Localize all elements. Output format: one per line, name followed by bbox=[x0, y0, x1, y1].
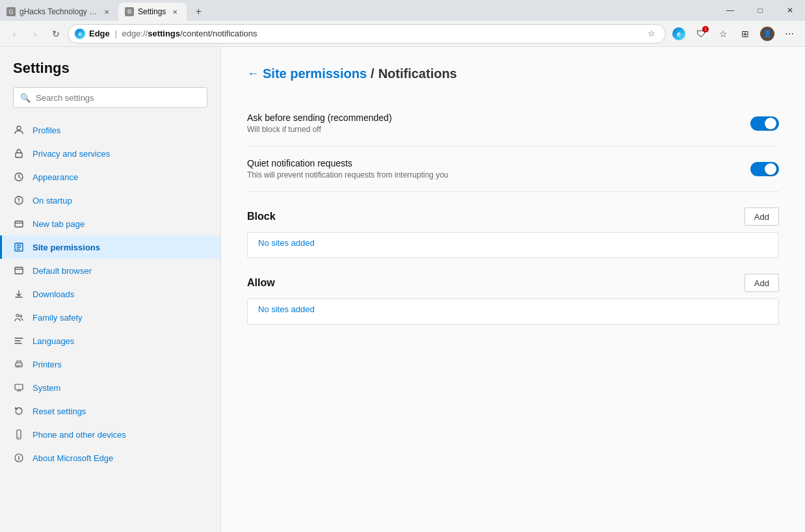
profile-button[interactable]: 👤 bbox=[757, 23, 778, 44]
allow-add-button[interactable]: Add bbox=[745, 274, 779, 292]
search-input[interactable] bbox=[36, 93, 200, 103]
title-bar: G gHacks Technology News ✕ ⚙ Settings ✕ … bbox=[0, 0, 805, 21]
system-icon bbox=[13, 382, 25, 393]
sidebar-item-appearance[interactable]: Appearance bbox=[0, 165, 220, 189]
quiet-notifications-track[interactable] bbox=[750, 162, 779, 176]
new-tab-icon bbox=[13, 218, 25, 230]
address-url-path: settings bbox=[148, 29, 180, 38]
ghacks-favicon: G bbox=[7, 7, 16, 16]
languages-icon bbox=[13, 335, 25, 347]
collections-button[interactable]: ⊞ bbox=[735, 23, 756, 44]
block-title: Block bbox=[247, 211, 276, 222]
tab-ghacks[interactable]: G gHacks Technology News ✕ bbox=[0, 3, 118, 21]
main-layout: Settings 🔍 Profiles Privacy and services… bbox=[0, 47, 805, 532]
default-browser-icon bbox=[13, 265, 25, 276]
shield-badge: 1 bbox=[702, 26, 709, 33]
ask-before-sending-row: Ask before sending (recommended) Will bl… bbox=[247, 101, 779, 146]
sidebar: Settings 🔍 Profiles Privacy and services… bbox=[0, 47, 221, 532]
on-startup-icon bbox=[13, 194, 25, 206]
appearance-label: Appearance bbox=[33, 172, 78, 182]
tab-settings[interactable]: ⚙ Settings ✕ bbox=[118, 3, 187, 21]
breadcrumb-back-button[interactable]: ← bbox=[247, 67, 259, 81]
svg-point-8 bbox=[16, 314, 19, 317]
phone-devices-label: Phone and other devices bbox=[33, 430, 126, 440]
svg-rect-7 bbox=[15, 267, 23, 274]
sidebar-item-profiles[interactable]: Profiles bbox=[0, 118, 220, 142]
privacy-label: Privacy and services bbox=[33, 149, 110, 159]
sidebar-item-downloads[interactable]: Downloads bbox=[0, 282, 220, 306]
quiet-notifications-row: Quiet notification requests This will pr… bbox=[247, 146, 779, 192]
ghacks-tab-close[interactable]: ✕ bbox=[101, 7, 112, 17]
more-tools-button[interactable]: ⋯ bbox=[779, 23, 800, 44]
breadcrumb-current: Notifications bbox=[378, 66, 457, 81]
new-tab-button[interactable]: + bbox=[189, 3, 207, 21]
refresh-button[interactable]: ↻ bbox=[47, 25, 65, 43]
address-url-rest: /content/notifications bbox=[180, 29, 257, 38]
quiet-notifications-toggle[interactable] bbox=[750, 162, 779, 176]
favorite-icon[interactable]: ☆ bbox=[644, 27, 659, 41]
back-button[interactable]: ‹ bbox=[5, 25, 23, 43]
breadcrumb-parent[interactable]: Site permissions bbox=[263, 66, 367, 81]
block-section-header: Block Add bbox=[247, 207, 779, 226]
search-box[interactable]: 🔍 bbox=[13, 87, 207, 108]
privacy-icon bbox=[13, 148, 25, 159]
svg-point-0 bbox=[17, 126, 21, 130]
sidebar-item-languages[interactable]: Languages bbox=[0, 329, 220, 352]
block-no-sites: No sites added bbox=[248, 233, 778, 253]
settings-favicon: ⚙ bbox=[125, 7, 134, 16]
allow-sites-box: No sites added bbox=[247, 299, 779, 325]
new-tab-label: New tab page bbox=[33, 219, 85, 229]
address-text: Edge | edge://settings/content/notificat… bbox=[89, 29, 640, 38]
sidebar-item-system[interactable]: System bbox=[0, 376, 220, 399]
downloads-icon bbox=[13, 288, 25, 300]
address-site: Edge bbox=[89, 29, 110, 38]
svg-rect-1 bbox=[16, 153, 22, 157]
block-add-button[interactable]: Add bbox=[745, 207, 779, 226]
breadcrumb: ← Site permissions / Notifications bbox=[247, 66, 779, 81]
sidebar-item-about[interactable]: About Microsoft Edge bbox=[0, 446, 220, 470]
allow-no-sites: No sites added bbox=[248, 299, 778, 319]
breadcrumb-separator: / bbox=[371, 66, 375, 81]
printers-icon bbox=[13, 358, 25, 370]
phone-icon bbox=[13, 429, 25, 440]
on-startup-label: On startup bbox=[33, 196, 72, 206]
sidebar-item-on-startup[interactable]: On startup bbox=[0, 189, 220, 212]
sidebar-item-reset-settings[interactable]: Reset settings bbox=[0, 399, 220, 423]
svg-rect-5 bbox=[15, 221, 23, 227]
forward-button[interactable]: › bbox=[26, 25, 44, 43]
sidebar-item-default-browser[interactable]: Default browser bbox=[0, 259, 220, 282]
settings-tab-close[interactable]: ✕ bbox=[170, 7, 180, 17]
appearance-icon bbox=[13, 171, 25, 183]
sidebar-item-phone-devices[interactable]: Phone and other devices bbox=[0, 423, 220, 446]
edge-icon-button[interactable]: e bbox=[668, 23, 689, 44]
allow-title: Allow bbox=[247, 277, 275, 289]
edge-favicon: e bbox=[75, 29, 85, 39]
downloads-label: Downloads bbox=[33, 289, 74, 299]
site-permissions-icon bbox=[13, 241, 25, 253]
quiet-notifications-thumb bbox=[765, 163, 776, 175]
address-bar[interactable]: e Edge | edge://settings/content/notific… bbox=[68, 24, 666, 44]
profiles-icon bbox=[13, 124, 25, 136]
system-label: System bbox=[33, 383, 60, 393]
sidebar-item-site-permissions[interactable]: Site permissions bbox=[0, 235, 220, 259]
default-browser-label: Default browser bbox=[33, 266, 92, 276]
shield-button[interactable]: 🛡 1 bbox=[691, 23, 711, 44]
svg-point-15 bbox=[18, 456, 20, 457]
ask-before-sending-toggle[interactable] bbox=[750, 116, 779, 131]
reset-settings-label: Reset settings bbox=[33, 406, 86, 416]
settings-tab-label: Settings bbox=[138, 7, 166, 16]
ask-before-sending-track[interactable] bbox=[750, 116, 779, 131]
sidebar-item-new-tab[interactable]: New tab page bbox=[0, 212, 220, 235]
sidebar-item-privacy[interactable]: Privacy and services bbox=[0, 142, 220, 165]
maximize-button[interactable]: □ bbox=[745, 0, 775, 21]
minimize-button[interactable]: — bbox=[715, 0, 745, 21]
sidebar-item-family-safety[interactable]: Family safety bbox=[0, 306, 220, 329]
ask-before-sending-info: Ask before sending (recommended) Will bl… bbox=[247, 113, 750, 134]
close-button[interactable]: ✕ bbox=[775, 0, 805, 21]
svg-point-9 bbox=[20, 315, 22, 317]
sidebar-item-printers[interactable]: Printers bbox=[0, 352, 220, 376]
block-sites-box: No sites added bbox=[247, 232, 779, 258]
nav-bar: ‹ › ↻ e Edge | edge://settings/content/n… bbox=[0, 21, 805, 47]
favorites-button[interactable]: ☆ bbox=[713, 23, 733, 44]
toolbar-icons: e 🛡 1 ☆ ⊞ 👤 ⋯ bbox=[668, 23, 800, 44]
